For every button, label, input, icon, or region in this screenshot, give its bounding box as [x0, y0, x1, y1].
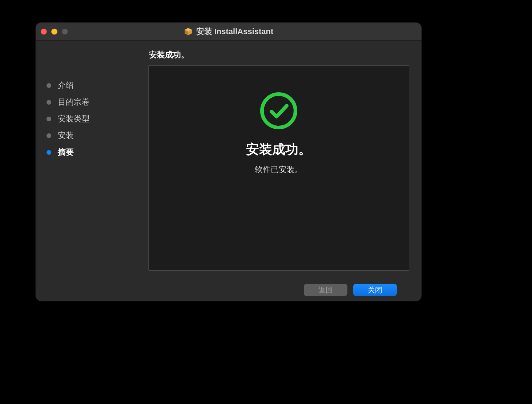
checkmark-circle-icon — [259, 91, 298, 130]
step-label: 目的宗卷 — [58, 97, 90, 108]
step-install: 安装 — [47, 127, 148, 144]
maximize-window-icon — [62, 28, 68, 35]
sidebar: 介绍 目的宗卷 安装类型 安装 摘要 — [36, 41, 148, 301]
window-body: 介绍 目的宗卷 安装类型 安装 摘要 — [36, 41, 422, 301]
step-label: 介绍 — [58, 80, 74, 91]
close-button[interactable]: 关闭 — [353, 284, 397, 296]
traffic-lights — [41, 28, 68, 35]
window-title: 安装 InstallAssistant — [196, 26, 274, 37]
step-label: 摘要 — [58, 147, 74, 158]
step-destination: 目的宗卷 — [47, 94, 148, 110]
step-summary: 摘要 — [47, 144, 148, 161]
step-bullet-icon — [47, 150, 51, 155]
installer-window: 安装 InstallAssistant 介绍 目的宗卷 安装类型 — [36, 23, 422, 301]
step-list: 介绍 目的宗卷 安装类型 安装 摘要 — [47, 77, 148, 161]
package-icon — [184, 27, 193, 36]
section-title: 安装成功。 — [149, 49, 409, 60]
window-title-group: 安装 InstallAssistant — [184, 26, 274, 37]
success-subtitle: 软件已安装。 — [255, 164, 303, 175]
success-title: 安装成功。 — [246, 141, 311, 158]
footer: 返回 关闭 — [148, 279, 409, 301]
step-bullet-icon — [47, 83, 51, 88]
step-introduction: 介绍 — [47, 77, 148, 94]
step-label: 安装类型 — [58, 113, 90, 124]
back-button: 返回 — [304, 284, 347, 296]
step-bullet-icon — [47, 100, 51, 105]
content-box: 安装成功。 软件已安装。 — [148, 65, 409, 271]
step-install-type: 安装类型 — [47, 110, 148, 127]
minimize-window-icon[interactable] — [51, 28, 57, 35]
step-bullet-icon — [47, 117, 51, 121]
close-window-icon[interactable] — [41, 28, 47, 35]
main-panel: 安装成功。 安装成功。 软件已安装。 返回 关闭 — [148, 41, 422, 301]
step-bullet-icon — [47, 133, 51, 138]
titlebar: 安装 InstallAssistant — [36, 23, 422, 41]
step-label: 安装 — [58, 130, 74, 141]
svg-point-0 — [262, 94, 295, 128]
